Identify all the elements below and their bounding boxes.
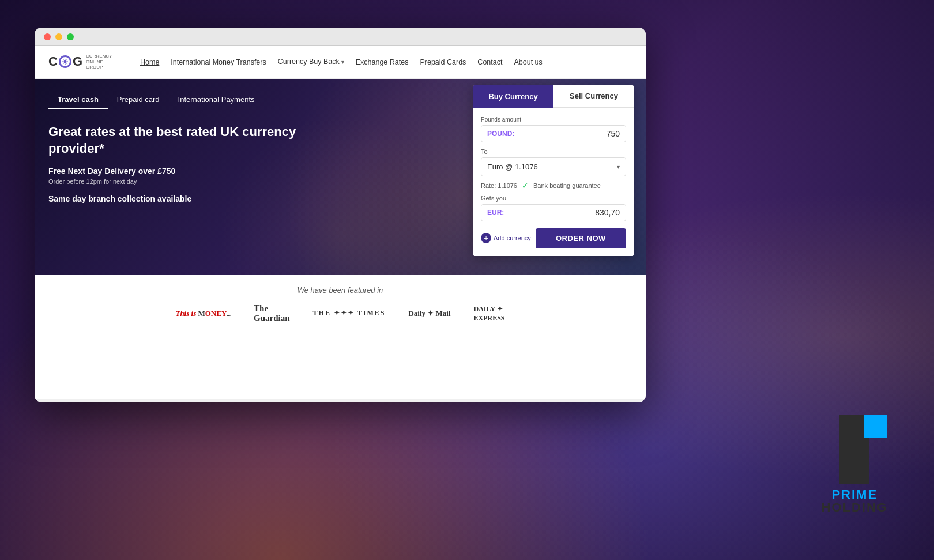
order-now-button[interactable]: ORDER NOW [536, 228, 626, 248]
from-amount-value: 750 [607, 129, 620, 138]
from-amount-row[interactable]: POUND: 750 [481, 125, 626, 142]
browser-dot-red[interactable] [44, 33, 51, 40]
nav-links-list: Home International Money Transfers Curre… [140, 56, 543, 67]
prime-text: PRIME HOLDING [822, 489, 888, 514]
browser-chrome [35, 28, 646, 46]
prime-i-shape [839, 415, 869, 484]
featured-intro-text: We have been featured in [48, 286, 632, 294]
nav-item-contact[interactable]: Contact [477, 56, 502, 67]
featured-section: We have been featured in This is MONEY..… [35, 275, 646, 334]
nav-link-buyback[interactable]: Currency Buy Back [278, 58, 340, 66]
nav-link-about[interactable]: About us [514, 58, 542, 66]
gets-label: Gets you [481, 195, 626, 202]
add-currency-label: Add currency [494, 234, 531, 241]
nav-link-home[interactable]: Home [140, 58, 159, 66]
hero-section: Travel cash Prepaid card International P… [35, 79, 646, 275]
widget-tab-buy[interactable]: Buy Currency [473, 85, 553, 108]
pounds-label: Pounds amount [481, 116, 626, 123]
nav-item-buyback[interactable]: Currency Buy Back ▾ [278, 58, 344, 66]
rate-text: Rate: 1.1076 [481, 182, 517, 189]
logo-letters: C G [48, 54, 82, 69]
site-logo[interactable]: C G CURRENCY ONLINE GROUP [48, 54, 115, 70]
plus-icon: + [481, 233, 491, 243]
to-label: To [481, 148, 626, 155]
logo-c: C [48, 54, 58, 69]
press-logo-express: DAILY ✦EXPRESS [474, 304, 505, 323]
logo-tagline: CURRENCY ONLINE GROUP [86, 54, 115, 70]
to-currency-value: Euro @ 1.1076 [487, 162, 538, 171]
widget-tabs: Buy Currency Sell Currency [473, 85, 634, 108]
nav-link-transfers[interactable]: International Money Transfers [171, 58, 266, 66]
browser-dot-green[interactable] [67, 33, 74, 40]
widget-footer: + Add currency ORDER NOW [481, 228, 626, 248]
holding-label: HOLDING [822, 501, 888, 514]
result-amount-value: 830,70 [595, 208, 620, 217]
currency-widget: Buy Currency Sell Currency Pounds amount… [473, 85, 634, 256]
prime-logo-mark [822, 415, 888, 484]
hero-delivery-text: Free Next Day Delivery over £750 [48, 167, 321, 176]
press-logo-times: THE ✦✦✦ TIMES [313, 309, 386, 317]
check-icon: ✓ [522, 181, 529, 190]
browser-window: C G CURRENCY ONLINE GROUP Home In [35, 28, 646, 402]
prime-holding-logo: PRIME HOLDING [822, 415, 888, 514]
add-currency-button[interactable]: + Add currency [481, 233, 531, 243]
result-currency-label: EUR: [487, 209, 504, 217]
browser-dot-yellow[interactable] [55, 33, 62, 40]
to-currency-select[interactable]: Euro @ 1.1076 ▾ [481, 157, 626, 176]
hero-tab-prepaid[interactable]: Prepaid card [108, 90, 169, 109]
rate-badge: Bank beating guarantee [533, 182, 601, 189]
press-logo-mail: Daily ✦ Mail [408, 309, 450, 318]
nav-item-about[interactable]: About us [514, 56, 542, 67]
hero-delivery-sub: Order before 12pm for next day [48, 178, 321, 185]
press-logo-money: This is MONEY... [175, 309, 231, 318]
hero-headline: Great rates at the best rated UK currenc… [48, 123, 321, 157]
rate-row: Rate: 1.1076 ✓ Bank beating guarantee [481, 181, 626, 190]
svg-point-0 [63, 60, 66, 63]
nav-link-prepaid[interactable]: Prepaid Cards [420, 58, 466, 66]
widget-body: Pounds amount POUND: 750 To Euro @ 1.107… [473, 108, 634, 256]
hero-tab-travel[interactable]: Travel cash [48, 90, 108, 109]
press-logos: This is MONEY... TheGuardian THE ✦✦✦ TIM… [48, 304, 632, 323]
hero-branch-text: Same day branch collection available [48, 194, 321, 203]
hero-content: Great rates at the best rated UK currenc… [35, 109, 334, 203]
nav-item-prepaid[interactable]: Prepaid Cards [420, 56, 466, 67]
from-currency-label: POUND: [487, 130, 514, 138]
nav-link-rates[interactable]: Exchange Rates [356, 58, 409, 66]
nav-item-transfers[interactable]: International Money Transfers [171, 56, 266, 67]
site-navigation: C G CURRENCY ONLINE GROUP Home In [35, 46, 646, 79]
gear-icon [59, 55, 71, 68]
chevron-down-icon: ▾ [617, 164, 620, 170]
result-row[interactable]: EUR: 830,70 [481, 204, 626, 221]
press-logo-guardian: TheGuardian [254, 304, 290, 323]
browser-content: C G CURRENCY ONLINE GROUP Home In [35, 46, 646, 399]
nav-item-rates[interactable]: Exchange Rates [356, 56, 409, 67]
logo-g: G [73, 54, 82, 69]
hero-tab-payments[interactable]: International Payments [169, 90, 264, 109]
prime-label: PRIME [822, 489, 888, 501]
nav-link-contact[interactable]: Contact [477, 58, 502, 66]
nav-item-home[interactable]: Home [140, 56, 159, 67]
widget-tab-sell[interactable]: Sell Currency [553, 85, 634, 108]
chevron-down-icon: ▾ [341, 59, 344, 65]
